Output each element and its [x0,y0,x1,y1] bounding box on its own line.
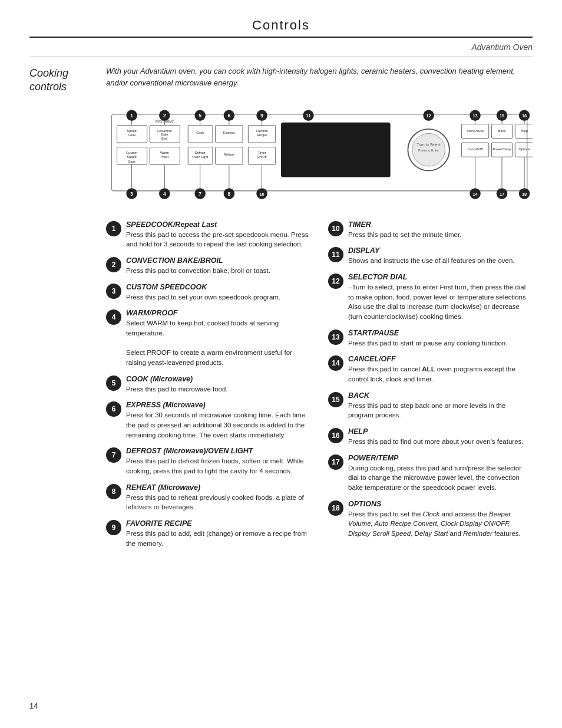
item-text-8: REHEAT (Microwave) Press this pad to reh… [126,483,310,512]
item-title-1: SPEEDCOOK/Repeat Last [126,220,310,229]
item-desc-2: Press this pad to convection bake, broil… [126,266,310,276]
item-desc-11: Shows and instructs the use of all featu… [348,256,533,266]
item-badge-5: 5 [106,375,121,391]
list-item: 9 FAVORITE RECIPE Press this pad to add,… [106,519,310,548]
item-text-14: CANCEL/OFF Press this pad to cancel ALL … [348,355,533,384]
page-title: Controls [252,18,310,32]
list-item: 1 SPEEDCOOK/Repeat Last Press this pad t… [106,220,310,249]
item-desc-15: Press this pad to step back one or more … [348,401,533,420]
item-title-5: COOK (Microwave) [126,375,310,383]
svg-text:15: 15 [500,113,504,118]
item-title-15: BACK [348,391,533,400]
item-desc-6: Press for 30 seconds of microwave cookin… [126,410,310,440]
item-badge-12: 12 [328,274,343,289]
svg-text:Cook: Cook [128,133,135,137]
item-desc-9: Press this pad to add, edit (change) or … [126,529,310,548]
item-badge-14: 14 [328,355,343,371]
item-text-4: WARM/PROOF Select WARM to keep hot, cook… [126,309,310,367]
oven-diagram: Speed Cook Convection Bake Broil Custom … [106,98,533,210]
svg-text:Timer: Timer [258,151,266,154]
item-desc-12: –Turn to select, press to enter First tu… [348,282,533,322]
svg-text:16: 16 [522,113,527,118]
item-title-12: SELECTOR DIAL [348,273,533,281]
items-grid: 1 SPEEDCOOK/Repeat Last Press this pad t… [106,220,533,556]
item-text-5: COOK (Microwave) Press this pad to micro… [126,375,310,394]
svg-text:Options: Options [519,147,530,151]
item-desc-4: Select WARM to keep hot, cooked foods at… [126,318,310,367]
item-desc-17: During cooking, press this pad and turn/… [348,463,533,493]
item-title-10: TIMER [348,220,533,229]
item-title-4: WARM/PROOF [126,309,310,317]
item-text-15: BACK Press this pad to step back one or … [348,391,533,420]
item-badge-8: 8 [106,484,121,499]
item-title-7: DEFROST (Microwave)/OVEN LIGHT [126,447,310,455]
svg-text:14: 14 [472,192,478,197]
svg-text:4: 4 [163,191,166,197]
svg-text:9: 9 [260,113,263,118]
item-text-3: CUSTOM SPEEDCOOK Press this pad to set y… [126,283,310,302]
list-item: 14 CANCEL/OFF Press this pad to cancel A… [328,355,533,384]
svg-text:1: 1 [130,113,133,118]
item-desc-14: Press this pad to cancel ALL oven progra… [348,364,533,384]
item-desc-13: Press this pad to start or pause any coo… [348,338,533,348]
item-text-6: EXPRESS (Microwave) Press for 30 seconds… [126,401,310,440]
item-badge-3: 3 [106,284,121,299]
svg-text:Favorite: Favorite [256,129,268,133]
svg-text:Start/Pause: Start/Pause [467,129,484,133]
item-text-9: FAVORITE RECIPE Press this pad to add, e… [126,519,310,548]
main-content: Cookingcontrols With your Advantium oven… [29,65,533,555]
item-title-6: EXPRESS (Microwave) [126,401,310,409]
svg-rect-30 [281,123,391,177]
svg-text:Warm: Warm [160,151,169,154]
svg-text:12: 12 [427,113,431,118]
item-text-11: DISPLAY Shows and instructs the use of a… [348,246,533,266]
section-label: Cookingcontrols [29,65,106,555]
svg-text:5: 5 [199,113,201,118]
svg-text:Oven Light: Oven Light [192,155,208,159]
svg-text:Cook: Cook [196,131,204,134]
list-item: 15 BACK Press this pad to step back one … [328,391,533,420]
items-right-column: 10 TIMER Press this pad to set the minut… [328,220,533,556]
item-badge-13: 13 [328,330,343,345]
page: Controls Advantium Oven Cookingcontrols … [0,0,562,728]
item-badge-16: 16 [328,428,343,443]
page-number: 14 [29,701,38,710]
item-desc-8: Press this pad to reheat previously cook… [126,493,310,512]
list-item: 16 HELP Press this pad to find out more … [328,427,533,447]
svg-text:Back: Back [498,129,506,133]
item-text-18: OPTIONS Press this pad to set the Clock … [348,500,533,539]
item-desc-18: Press this pad to set the Clock and acce… [348,509,533,539]
item-badge-10: 10 [328,221,343,236]
list-item: 17 POWER/TEMP During cooking, press this… [328,454,533,493]
list-item: 11 DISPLAY Shows and instructs the use o… [328,246,533,266]
item-badge-2: 2 [106,257,121,272]
svg-text:Cook: Cook [128,160,135,163]
list-item: 6 EXPRESS (Microwave) Press for 30 secon… [106,401,310,440]
svg-text:Microwave: Microwave [156,119,174,123]
item-badge-1: 1 [106,221,121,236]
item-text-12: SELECTOR DIAL –Turn to select, press to … [348,273,533,322]
svg-text:7: 7 [199,191,201,197]
item-title-2: CONVECTION BAKE/BROIL [126,256,310,265]
svg-text:Convection: Convection [157,129,173,133]
item-text-16: HELP Press this pad to find out more abo… [348,427,533,447]
item-badge-17: 17 [328,454,343,470]
item-title-13: START/PAUSE [348,329,533,337]
svg-text:Express: Express [223,131,235,134]
item-title-9: FAVORITE RECIPE [126,519,310,528]
svg-text:6: 6 [228,113,231,118]
list-item: 2 CONVECTION BAKE/BROIL Press this pad t… [106,256,310,276]
item-title-3: CUSTOM SPEEDCOOK [126,283,310,291]
list-item: 8 REHEAT (Microwave) Press this pad to r… [106,483,310,512]
item-badge-9: 9 [106,520,121,535]
list-item: 5 COOK (Microwave) Press this pad to mic… [106,375,310,394]
item-text-13: START/PAUSE Press this pad to start or p… [348,329,533,348]
right-content: With your Advantium oven, you can cook w… [106,65,533,555]
list-item: 4 WARM/PROOF Select WARM to keep hot, co… [106,309,310,367]
svg-text:3: 3 [130,191,133,197]
item-text-2: CONVECTION BAKE/BROIL Press this pad to … [126,256,310,276]
item-text-1: SPEEDCOOK/Repeat Last Press this pad to … [126,220,310,249]
svg-text:On/Off: On/Off [257,155,267,159]
item-badge-15: 15 [328,392,343,407]
item-badge-18: 18 [328,500,343,516]
